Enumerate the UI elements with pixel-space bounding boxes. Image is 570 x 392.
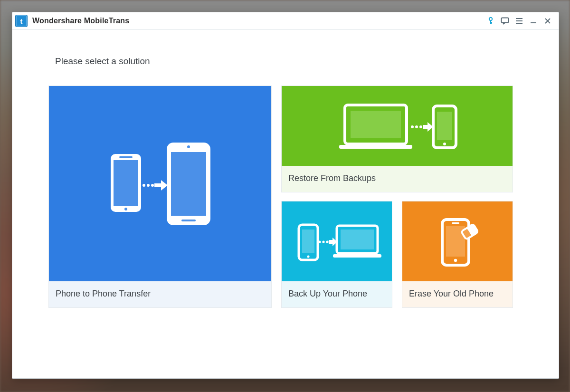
svg-point-21 [419, 125, 422, 128]
svg-point-11 [147, 184, 150, 187]
erase-icon [402, 201, 513, 281]
svg-point-18 [443, 143, 446, 145]
svg-rect-27 [333, 254, 381, 258]
svg-point-0 [489, 18, 492, 20]
svg-rect-3 [114, 160, 138, 206]
card-erase-phone[interactable]: Erase Your Old Phone [402, 201, 513, 308]
svg-rect-14 [351, 111, 401, 138]
svg-point-29 [322, 240, 324, 243]
card-restore-from-backups[interactable]: Restore From Backups [281, 86, 513, 192]
titlebar: t Wondershare MobileTrans [12, 12, 559, 30]
svg-rect-15 [339, 145, 412, 149]
svg-point-24 [307, 256, 310, 258]
svg-point-28 [318, 240, 321, 243]
feedback-button[interactable] [499, 15, 511, 27]
content-area: Please select a solution [12, 30, 559, 378]
phone-to-phone-icon [49, 86, 271, 281]
svg-point-5 [124, 208, 127, 210]
svg-point-30 [326, 240, 328, 243]
svg-point-20 [415, 125, 418, 128]
card-label: Erase Your Old Phone [402, 281, 513, 307]
svg-rect-1 [502, 18, 509, 23]
svg-rect-23 [302, 229, 314, 253]
svg-rect-26 [341, 229, 374, 249]
restore-icon [282, 86, 513, 166]
backup-icon [282, 201, 392, 281]
svg-rect-7 [171, 152, 206, 216]
card-label: Restore From Backups [282, 166, 513, 192]
app-title: Wondershare MobileTrans [32, 17, 129, 25]
svg-rect-34 [452, 222, 459, 224]
svg-rect-17 [437, 112, 452, 140]
card-label: Back Up Your Phone [282, 281, 392, 307]
svg-rect-4 [119, 156, 133, 158]
svg-point-19 [411, 125, 414, 128]
minimize-button[interactable] [527, 15, 540, 27]
right-bottom-row: Back Up Your Phone [281, 201, 513, 308]
card-label: Phone to Phone Transfer [49, 281, 271, 307]
register-key-button[interactable] [484, 15, 497, 27]
svg-point-10 [142, 184, 145, 187]
svg-rect-9 [181, 220, 196, 221]
card-phone-to-phone[interactable]: Phone to Phone Transfer [48, 86, 272, 308]
svg-point-33 [454, 259, 457, 262]
card-backup-phone[interactable]: Back Up Your Phone [281, 201, 392, 308]
app-window: t Wondershare MobileTrans [12, 12, 559, 379]
app-logo-icon: t [15, 15, 28, 27]
menu-button[interactable] [513, 15, 525, 27]
prompt-text: Please select a solution [55, 56, 559, 67]
solution-grid: Phone to Phone Transfer [48, 86, 522, 308]
svg-point-8 [187, 145, 190, 148]
svg-point-12 [151, 184, 154, 187]
close-button[interactable] [542, 15, 554, 27]
